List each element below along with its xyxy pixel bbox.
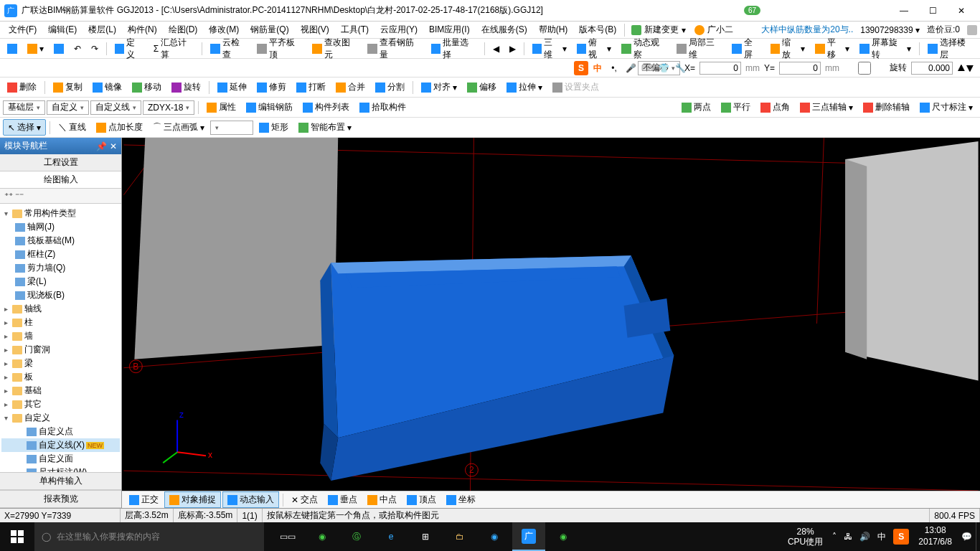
tray-ime-icon[interactable]: 中 — [874, 531, 890, 543]
pin-icon[interactable]: 📌 — [96, 141, 107, 151]
tree-custom-face[interactable]: 自定义面 — [1, 452, 120, 466]
tray-network-icon[interactable]: 🖧 — [840, 532, 856, 542]
sum-button[interactable]: Σ 汇总计算 — [149, 35, 199, 62]
pick-button[interactable]: 拾取构件 — [355, 100, 410, 115]
type-dropdown[interactable]: 自定义线 — [90, 100, 141, 115]
intersect-toggle[interactable]: ✕ 交点 — [287, 492, 322, 507]
tree-custom[interactable]: ▾自定义 — [1, 411, 120, 425]
rotate-input[interactable] — [911, 62, 953, 75]
coord-toggle[interactable]: 坐标 — [442, 492, 480, 507]
select-floor-button[interactable]: 选择楼层 — [923, 35, 977, 62]
point-length-button[interactable]: 点加长度 — [92, 120, 147, 135]
x-input[interactable] — [699, 62, 741, 75]
category-dropdown[interactable]: 自定义 — [47, 100, 89, 115]
app-browser[interactable]: Ⓖ — [340, 522, 373, 551]
tray-clock[interactable]: 13:082017/6/8 — [913, 525, 958, 547]
3d-button[interactable]: 三维▾ — [528, 35, 571, 62]
select-button[interactable]: ↖ 选择 ▾ — [3, 119, 46, 136]
list-button[interactable]: 构件列表 — [298, 100, 354, 115]
mid-toggle[interactable]: 中点 — [363, 492, 401, 507]
point-angle-button[interactable]: 点角 — [756, 100, 794, 115]
menu-file[interactable]: 文件(F) — [3, 22, 42, 37]
tab-draw[interactable]: 绘图输入 — [0, 171, 121, 189]
grip-button[interactable]: 设置夹点 — [548, 80, 603, 95]
undo-button[interactable]: ↶ — [70, 42, 85, 55]
copy-button[interactable]: 复制 — [49, 80, 87, 95]
ime-settings-icon[interactable]: 🔧 — [673, 61, 687, 75]
tree-dimension[interactable]: 尺寸标注(W) — [1, 466, 120, 472]
flatten-button[interactable]: 平齐板顶 — [253, 35, 306, 62]
fullscreen-button[interactable]: 全屏 — [727, 35, 765, 62]
arc-button[interactable]: ⌒ 三点画弧 ▾ — [149, 120, 209, 135]
tree-cat[interactable]: ▸板 — [1, 370, 120, 384]
tree-cat[interactable]: ▸墙 — [1, 329, 120, 343]
zoom-button[interactable]: 缩放▾ — [766, 35, 809, 62]
ime-mic-icon[interactable]: 🎤 — [623, 61, 638, 75]
tree-item[interactable]: 现浇板(B) — [1, 288, 120, 302]
tray-chevron-icon[interactable]: ˄ — [829, 532, 840, 542]
vertex-toggle[interactable]: 顶点 — [402, 492, 440, 507]
orbit-button[interactable]: 动态观察 — [617, 35, 671, 62]
ime-lang[interactable]: 中 — [590, 61, 605, 75]
mirror-button[interactable]: 镜像 — [88, 80, 126, 95]
view-steel-button[interactable]: 查看钢筋量 — [363, 35, 425, 62]
sogou-icon[interactable]: S — [574, 61, 588, 75]
two-point-button[interactable]: 两点 — [677, 100, 715, 115]
top-view-button[interactable]: 俯视▾ — [573, 35, 616, 62]
save-button[interactable] — [50, 42, 68, 55]
app-edge[interactable]: e — [374, 522, 407, 551]
threept-aux-button[interactable]: 三点辅轴▾ — [796, 100, 857, 115]
show-desktop-button[interactable] — [976, 522, 980, 551]
ime-punct-icon[interactable]: •, — [607, 61, 621, 75]
navigator-tree[interactable]: ▾常用构件类型 轴网(J) 筏板基础(M) 框柱(Z) 剪力墙(Q) 梁(L) … — [0, 204, 121, 472]
attr-button[interactable]: 属性 — [202, 100, 240, 115]
app-ggj[interactable]: 广 — [512, 522, 545, 551]
app-360safe[interactable]: ◉ — [478, 522, 511, 551]
menu-online[interactable]: 在线服务(S) — [476, 22, 533, 37]
screen-rotate-button[interactable]: 屏幕旋转▾ — [855, 35, 915, 62]
new-change-button[interactable]: 新建变更 ▾ — [627, 24, 690, 36]
bell-icon[interactable] — [967, 25, 977, 35]
tab-report-preview[interactable]: 报表预览 — [0, 490, 121, 508]
smart-layout-button[interactable]: 智能布置▾ — [294, 120, 356, 135]
collapse-icon[interactable]: ⁻⁻ — [15, 191, 24, 201]
view-element-button[interactable]: 查改图元 — [308, 35, 362, 62]
tree-cat[interactable]: ▸门窗洞 — [1, 343, 120, 357]
search-box[interactable]: ◯ 在这里输入你要搜索的内容 — [34, 522, 264, 551]
split-button[interactable]: 分割 — [371, 80, 409, 95]
cpu-meter[interactable]: 28%CPU使用 — [782, 527, 829, 547]
osnap-toggle[interactable]: 对象捕捉 — [164, 491, 221, 508]
app-explorer[interactable]: 🗀 — [443, 522, 476, 551]
maximize-button[interactable]: ☐ — [918, 1, 947, 21]
cloud-check-button[interactable]: 云检查 — [206, 35, 251, 62]
app-store[interactable]: ⊞ — [409, 522, 442, 551]
user-button[interactable]: 广小二 — [690, 24, 738, 36]
layer-dropdown[interactable]: 基础层 — [3, 100, 45, 115]
minimize-button[interactable]: — — [890, 1, 918, 21]
tree-custom-line[interactable]: 自定义线(X)NEW — [1, 438, 120, 452]
extend-button[interactable]: 延伸 — [213, 80, 251, 95]
ime-skin-icon[interactable]: 👕 — [656, 61, 671, 75]
tree-item[interactable]: 梁(L) — [1, 275, 120, 288]
rotate-cmd-button[interactable]: 旋转 — [167, 80, 205, 95]
phone-info[interactable]: 13907298339 ▾ — [860, 25, 920, 35]
tree-root[interactable]: ▾常用构件类型 — [1, 207, 120, 220]
tree-cat[interactable]: ▸基础 — [1, 384, 120, 397]
parallel-button[interactable]: 平行 — [717, 100, 755, 115]
edit-steel-button[interactable]: 编辑钢筋 — [242, 100, 297, 115]
tray-sogou-icon[interactable]: S — [890, 529, 913, 545]
nav-prev-button[interactable]: ◀ — [489, 42, 504, 55]
expand-icon[interactable]: ⁺⁺ — [4, 191, 13, 201]
tree-cat[interactable]: ▸其它 — [1, 397, 120, 411]
ortho-toggle[interactable]: 正交 — [125, 492, 163, 507]
tree-item[interactable]: 轴网(J) — [1, 220, 120, 234]
y-input[interactable] — [779, 62, 821, 75]
tray-volume-icon[interactable]: 🔊 — [856, 532, 874, 542]
tree-cat[interactable]: ▸轴线 — [1, 302, 120, 316]
tree-custom-point[interactable]: 自定义点 — [1, 425, 120, 438]
app-360[interactable]: ◉ — [306, 522, 339, 551]
batch-select-button[interactable]: 批量选择 — [427, 35, 481, 62]
ime-keyboard-icon[interactable]: ⌨ — [640, 61, 654, 75]
trim-button[interactable]: 修剪 — [253, 80, 291, 95]
rect-button[interactable]: 矩形 — [255, 120, 293, 135]
